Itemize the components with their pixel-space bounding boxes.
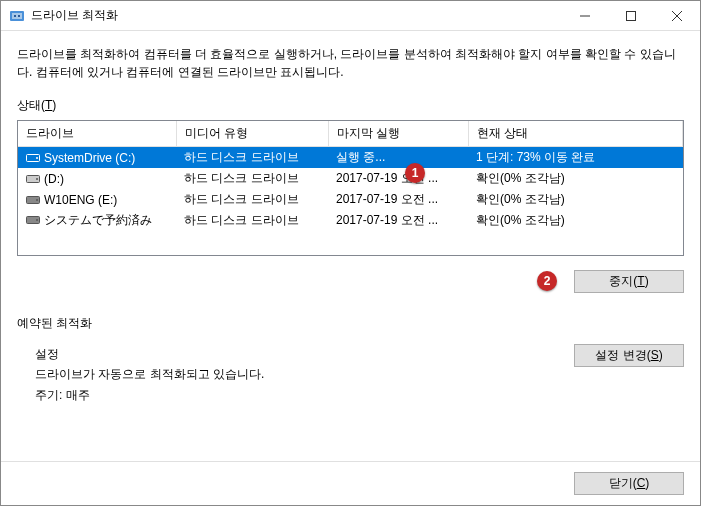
status-label-prefix: 상태( <box>17 98 45 112</box>
svg-rect-3 <box>18 15 20 17</box>
svg-point-15 <box>36 219 38 221</box>
cell-drive: システムで予約済み <box>18 210 176 231</box>
col-state-header[interactable]: 현재 상태 <box>468 121 683 147</box>
col-media-header[interactable]: 미디어 유형 <box>176 121 328 147</box>
maximize-button[interactable] <box>608 1 654 30</box>
svg-rect-2 <box>14 15 16 17</box>
description-text: 드라이브를 최적화하여 컴퓨터를 더 효율적으로 실행하거나, 드라이브를 분석… <box>17 45 684 81</box>
cell-state: 확인(0% 조각남) <box>468 168 683 189</box>
drive-icon <box>26 214 40 225</box>
annotation-marker-2: 2 <box>537 271 557 291</box>
stop-button[interactable]: 중지(T) <box>574 270 684 293</box>
svg-rect-5 <box>627 11 636 20</box>
cell-last: 실행 중... <box>328 147 468 169</box>
cell-media: 하드 디스크 드라이브 <box>176 147 328 169</box>
scheduled-section-title: 예약된 최적화 <box>17 315 684 332</box>
cell-last: 2017-07-19 오전 ... <box>328 168 468 189</box>
cell-media: 하드 디스크 드라이브 <box>176 189 328 210</box>
status-label-suffix: ) <box>52 98 56 112</box>
close-dialog-button[interactable]: 닫기(C) <box>574 472 684 495</box>
settings-label: 설정 <box>35 344 574 364</box>
close-icon <box>672 11 682 21</box>
action-button-row: 2 중지(T) <box>17 270 684 293</box>
settings-text-block: 설정 드라이브가 자동으로 최적화되고 있습니다. 주기: 매주 <box>35 344 574 405</box>
cell-drive: (D:) <box>18 168 176 189</box>
drive-icon <box>26 194 40 205</box>
change-button-hotkey: S <box>651 348 659 362</box>
col-drive-header[interactable]: 드라이브 <box>18 121 176 147</box>
table-row[interactable]: システムで予約済み하드 디스크 드라이브2017-07-19 오전 ...확인(… <box>18 210 683 231</box>
cell-state: 확인(0% 조각남) <box>468 210 683 231</box>
annotation-marker-1: 1 <box>405 163 425 183</box>
titlebar: 드라이브 최적화 <box>1 1 700 31</box>
window-controls <box>562 1 700 30</box>
stop-button-suffix: ) <box>645 274 649 288</box>
svg-rect-1 <box>12 13 22 19</box>
change-button-suffix: ) <box>659 348 663 362</box>
drive-icon <box>26 173 40 184</box>
cycle-text: 주기: 매주 <box>35 385 574 405</box>
close-button-suffix: ) <box>645 476 649 490</box>
cell-state: 확인(0% 조각남) <box>468 189 683 210</box>
minimize-icon <box>580 11 590 21</box>
cell-state: 1 단계: 73% 이동 완료 <box>468 147 683 169</box>
svg-point-13 <box>36 199 38 201</box>
settings-row: 설정 드라이브가 자동으로 최적화되고 있습니다. 주기: 매주 설정 변경(S… <box>17 344 684 405</box>
cell-last: 2017-07-19 오전 ... <box>328 189 468 210</box>
content-area: 드라이브를 최적화하여 컴퓨터를 더 효율적으로 실행하거나, 드라이브를 분석… <box>1 31 700 461</box>
maximize-icon <box>626 11 636 21</box>
drive-icon <box>26 152 40 163</box>
stop-button-hotkey: T <box>637 274 644 288</box>
close-button-prefix: 닫기( <box>609 476 637 490</box>
stop-button-prefix: 중지( <box>609 274 637 288</box>
footer: 닫기(C) <box>1 461 700 505</box>
change-button-prefix: 설정 변경( <box>595 348 650 362</box>
col-last-header[interactable]: 마지막 실행 <box>328 121 468 147</box>
app-icon <box>9 8 25 24</box>
change-settings-button[interactable]: 설정 변경(S) <box>574 344 684 367</box>
cell-drive: W10ENG (E:) <box>18 189 176 210</box>
close-button[interactable] <box>654 1 700 30</box>
table-row[interactable]: W10ENG (E:)하드 디스크 드라이브2017-07-19 오전 ...확… <box>18 189 683 210</box>
status-label: 상태(T) <box>17 97 684 114</box>
cell-media: 하드 디스크 드라이브 <box>176 210 328 231</box>
drive-table[interactable]: 드라이브 미디어 유형 마지막 실행 현재 상태 SystemDrive (C:… <box>18 121 683 231</box>
auto-optimize-text: 드라이브가 자동으로 최적화되고 있습니다. <box>35 364 574 384</box>
cell-last: 2017-07-19 오전 ... <box>328 210 468 231</box>
minimize-button[interactable] <box>562 1 608 30</box>
table-header-row: 드라이브 미디어 유형 마지막 실행 현재 상태 <box>18 121 683 147</box>
svg-point-11 <box>36 178 38 180</box>
cell-drive: SystemDrive (C:) <box>18 147 176 169</box>
table-row[interactable]: (D:)하드 디스크 드라이브2017-07-19 오전 ...확인(0% 조각… <box>18 168 683 189</box>
table-row[interactable]: SystemDrive (C:)하드 디스크 드라이브실행 중...1 단계: … <box>18 147 683 169</box>
drive-table-box: 드라이브 미디어 유형 마지막 실행 현재 상태 SystemDrive (C:… <box>17 120 684 256</box>
svg-point-9 <box>36 157 38 159</box>
window-title: 드라이브 최적화 <box>31 7 118 24</box>
cell-media: 하드 디스크 드라이브 <box>176 168 328 189</box>
